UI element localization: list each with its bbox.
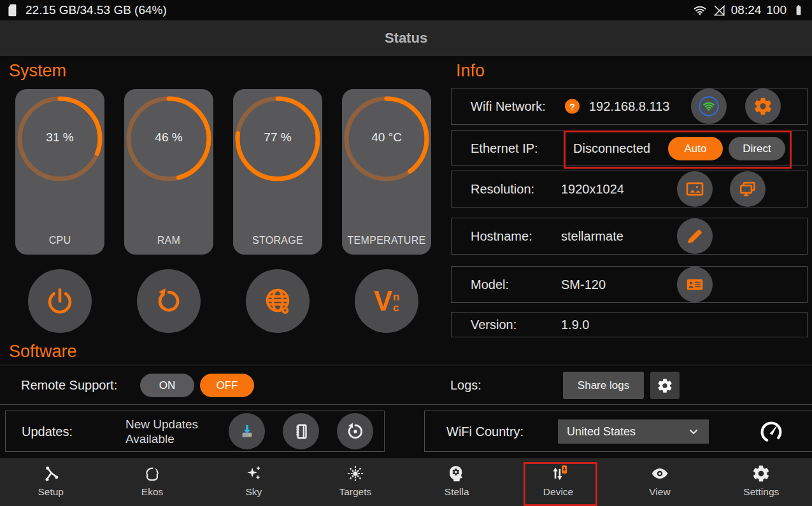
changelog-book-icon [291, 421, 311, 442]
nav-item-sky[interactable]: Sky [203, 458, 304, 506]
ethernet-auto-button[interactable]: Auto [668, 137, 723, 160]
power-icon [45, 286, 75, 316]
storage-usage-text: 22.15 GB/34.53 GB (64%) [25, 3, 167, 17]
updown-arrows-icon [549, 464, 568, 483]
hostname-label: Hostname: [471, 229, 532, 244]
gear-icon [753, 96, 773, 116]
nav-item-setup[interactable]: Setup [0, 458, 101, 506]
remote-support-off-button[interactable]: OFF [200, 374, 254, 397]
restore-history-icon [345, 421, 366, 442]
pencil-icon [685, 227, 704, 246]
cpu-value: 31 % [15, 130, 104, 144]
updates-label: Updates: [22, 424, 73, 439]
sun-target-icon [346, 464, 365, 483]
eye-icon [650, 464, 669, 483]
wifi-status-button[interactable] [691, 88, 727, 124]
ram-label: RAM [124, 235, 213, 246]
battery-percent-text: 100 [766, 3, 787, 17]
sparkle-icon [244, 464, 263, 483]
wifi-country-dropdown[interactable]: United States [558, 419, 709, 444]
vnc-logo: V nc [374, 287, 400, 315]
speedometer-icon [758, 418, 785, 445]
ethernet-label: Ethernet IP: [471, 141, 538, 155]
page-title: Status [385, 30, 427, 46]
wifi-circle-icon [698, 95, 720, 117]
help-badge-icon[interactable]: ? [565, 99, 580, 114]
globe-gear-icon [262, 286, 293, 316]
nav-item-device[interactable]: Device [508, 458, 609, 506]
logs-label: Logs: [450, 377, 481, 392]
version-label: Version: [471, 318, 516, 332]
restart-button[interactable] [137, 269, 201, 333]
wifi-settings-button[interactable] [745, 88, 781, 124]
status-bar-right: 08:24 100 [693, 3, 806, 17]
gear-icon [751, 464, 771, 483]
gauge-card-ram: 46 % RAM [124, 89, 213, 255]
resolution-label: Resolution: [471, 182, 534, 197]
temperature-label: TEMPERATURE [342, 235, 431, 246]
remote-support-row: Remote Support: ON OFF Logs: Share logs [0, 365, 812, 405]
version-value: 1.9.0 [561, 318, 589, 332]
info-row-resolution: Resolution: 1920x1024 [451, 171, 808, 207]
info-row-version: Version: 1.9.0 [451, 312, 808, 337]
model-value: SM-120 [561, 278, 606, 292]
displays-icon [737, 179, 758, 199]
nav-item-view[interactable]: View [609, 458, 710, 506]
wifi-ip-value: 192.168.8.113 [589, 99, 669, 114]
wifi-country-label: WiFi Country: [446, 424, 524, 439]
restore-button[interactable] [337, 413, 373, 449]
share-logs-button[interactable]: Share logs [563, 372, 644, 399]
clock-text: 08:24 [731, 3, 762, 17]
cellular-off-icon [712, 3, 726, 17]
title-bar: Status [0, 20, 812, 56]
info-row-model: Model: SM-120 [451, 266, 808, 303]
resolution-value: 1920x1024 [561, 182, 624, 197]
display-button[interactable] [730, 171, 766, 207]
android-status-bar: 22.15 GB/34.53 GB (64%) 08:24 100 [0, 0, 812, 20]
nav-item-targets[interactable]: Targets [304, 458, 406, 506]
nav-item-ekos[interactable]: Ekos [101, 458, 203, 506]
ethernet-direct-button[interactable]: Direct [729, 137, 785, 160]
nav-item-stella[interactable]: Stella [406, 458, 508, 506]
wifi-network-label: Wifi Network: [471, 99, 546, 114]
model-info-button[interactable] [677, 267, 713, 302]
download-icon [237, 421, 257, 442]
gauge-card-temperature: 40 °C TEMPERATURE [342, 89, 431, 255]
install-updates-button[interactable] [229, 413, 265, 449]
ram-value: 46 % [124, 130, 213, 144]
logs-settings-button[interactable] [650, 372, 680, 399]
gear-icon [657, 377, 673, 394]
model-label: Model: [471, 278, 509, 292]
sd-card-icon [6, 3, 20, 17]
updates-status-text: New Updates Available [125, 416, 227, 446]
storage-value: 77 % [233, 130, 322, 144]
changelog-button[interactable] [283, 413, 319, 449]
performance-button[interactable] [755, 416, 787, 447]
edit-hostname-button[interactable] [677, 218, 713, 254]
setup-icon [41, 464, 61, 483]
info-row-ethernet: Ethernet IP: Disconnected Auto Direct [451, 130, 808, 165]
screenshot-button[interactable] [677, 171, 713, 207]
restart-icon [154, 286, 183, 316]
nav-item-settings[interactable]: Settings [711, 458, 812, 506]
ethernet-status-value: Disconnected [573, 141, 650, 155]
cpu-label: CPU [15, 235, 104, 246]
head-gear-icon [447, 464, 466, 483]
updates-box: Updates: New Updates Available [5, 411, 385, 452]
chevron-down-icon [687, 425, 700, 438]
temperature-value: 40 °C [342, 130, 431, 144]
software-heading: Software [9, 342, 77, 362]
screenshot-icon [685, 179, 705, 199]
bottom-nav: Setup Ekos Sky [0, 458, 812, 506]
storage-label: STORAGE [233, 235, 322, 246]
power-button[interactable] [28, 269, 92, 333]
vnc-button[interactable]: V nc [355, 269, 418, 333]
dome-icon [143, 464, 162, 483]
web-manager-button[interactable] [246, 269, 310, 333]
system-heading: System [9, 61, 66, 81]
info-heading: Info [456, 61, 485, 81]
info-row-hostname: Hostname: stellarmate [451, 218, 808, 255]
remote-support-label: Remote Support: [21, 377, 117, 392]
stellarmate-status-screen: 22.15 GB/34.53 GB (64%) 08:24 100 Status… [0, 0, 812, 506]
remote-support-on-button[interactable]: ON [140, 374, 194, 397]
